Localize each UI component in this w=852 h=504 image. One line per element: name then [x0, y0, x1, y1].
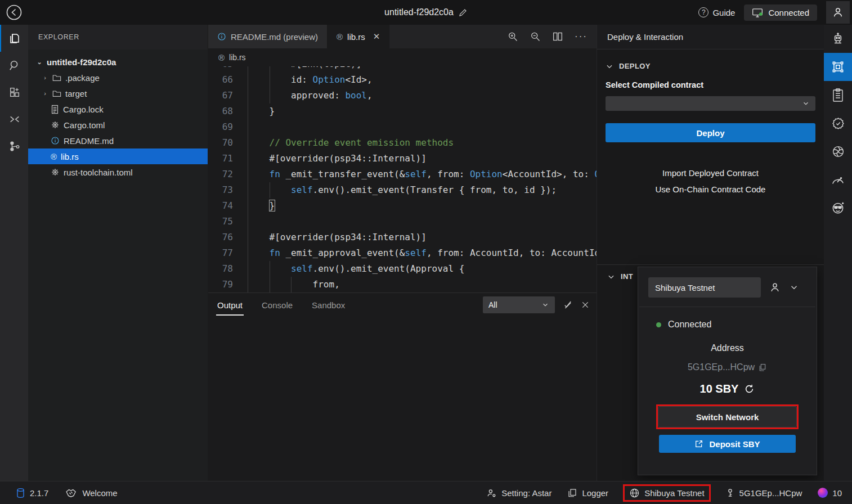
- import-deployed-contract-link[interactable]: Import Deployed Contract: [606, 168, 815, 178]
- tree-item-librs[interactable]: ® lib.rs: [28, 148, 208, 164]
- code-line[interactable]: 65#[ink(topic)]: [208, 66, 597, 72]
- line-number: 73: [208, 182, 233, 198]
- clear-output-icon[interactable]: [563, 300, 573, 310]
- deploy-button[interactable]: Deploy: [606, 123, 815, 142]
- more-actions-icon[interactable]: ···: [575, 31, 588, 42]
- tab-sandbox[interactable]: Sandbox: [311, 295, 346, 316]
- activity-explorer[interactable]: [0, 25, 28, 52]
- code-line[interactable]: 72fn _emit_transfer_event(&self, from: O…: [208, 166, 597, 182]
- edit-pencil-icon[interactable]: [458, 8, 468, 17]
- indent-guide: [248, 166, 270, 182]
- line-number: 76: [208, 230, 233, 245]
- close-tab-icon[interactable]: ✕: [373, 32, 380, 42]
- code-line[interactable]: 78self.env().emit_event(Approval {: [208, 261, 597, 277]
- tree-item-rust-toolchain[interactable]: rust-toolchain.toml: [28, 164, 208, 180]
- line-content: fn _emit_approval_event(&self, from: Acc…: [233, 245, 597, 261]
- line-content: self.env().emit_event(Transfer { from, t…: [233, 182, 557, 198]
- compiled-contract-select[interactable]: [606, 96, 815, 111]
- fun-mode-item[interactable]: [824, 194, 852, 222]
- back-button[interactable]: [6, 4, 23, 21]
- editor-tab-bar: README.md (preview) ® lib.rs ✕: [208, 25, 597, 48]
- tree-item-package[interactable]: › .package: [28, 70, 208, 86]
- code-line[interactable]: 69: [208, 119, 597, 135]
- code-token: from,: [313, 279, 340, 290]
- logger-item[interactable]: Logger: [566, 485, 609, 500]
- rust-file-icon: ®: [218, 53, 225, 62]
- use-onchain-code-link[interactable]: Use On-Chain Contract Code: [606, 184, 815, 194]
- gear-icon: [51, 120, 60, 129]
- network-status-item[interactable]: Shibuya Testnet: [623, 484, 710, 502]
- contract-list-item[interactable]: [824, 81, 852, 109]
- select-contract-label: Select Compiled contract: [606, 80, 815, 89]
- tab-readme[interactable]: README.md (preview): [208, 25, 328, 48]
- tree-item-target[interactable]: › target: [28, 86, 208, 101]
- code-line[interactable]: 66id: Option<Id>,: [208, 72, 597, 88]
- tree-root[interactable]: ⌄ untitled-f29d2c0a: [28, 54, 208, 70]
- tab-librs[interactable]: ® lib.rs ✕: [328, 25, 389, 48]
- code-line[interactable]: 76#[overrider(psp34::Internal)]: [208, 230, 597, 245]
- code-line[interactable]: 68}: [208, 104, 597, 119]
- line-number: 70: [208, 135, 233, 151]
- switch-network-button[interactable]: Switch Network: [658, 406, 797, 428]
- code-line[interactable]: 73self.env().emit_event(Transfer { from,…: [208, 182, 597, 198]
- rust-file-icon: ®: [51, 152, 57, 161]
- breadcrumb[interactable]: ® lib.rs: [208, 48, 597, 66]
- bottom-panel: Output Console Sandbox All: [208, 292, 597, 481]
- indent-guide: [248, 104, 270, 119]
- section-deploy[interactable]: DEPLOY: [606, 62, 815, 70]
- guide-button[interactable]: ? Guide: [698, 7, 735, 17]
- activity-search[interactable]: [0, 52, 28, 79]
- connected-button[interactable]: Connected: [744, 4, 817, 21]
- activity-templates[interactable]: [0, 79, 28, 106]
- code-token: .env().emit_event(Transfer { from, to, i…: [313, 184, 557, 195]
- line-content: #[overrider(psp34::Internal)]: [233, 151, 427, 166]
- network-select[interactable]: Shibuya Testnet: [648, 277, 761, 298]
- chevron-down-icon[interactable]: [789, 282, 799, 292]
- code-line[interactable]: 77fn _emit_approval_event(&self, from: A…: [208, 245, 597, 261]
- ai-chat-item[interactable]: [824, 137, 852, 165]
- close-panel-icon[interactable]: [581, 300, 590, 309]
- refresh-icon[interactable]: [744, 384, 755, 394]
- section-interact[interactable]: INT: [607, 272, 633, 281]
- zoom-in-icon[interactable]: [507, 31, 518, 42]
- code-line[interactable]: 67approved: bool,: [208, 88, 597, 104]
- code-line[interactable]: 74}: [208, 198, 597, 214]
- copy-icon[interactable]: [758, 363, 767, 372]
- code-token: <AccountId>, to:: [503, 169, 595, 179]
- output-filter-select[interactable]: All: [483, 296, 555, 313]
- benchmark-item[interactable]: [824, 165, 852, 194]
- avatar[interactable]: [826, 1, 850, 24]
- info-icon: [51, 136, 60, 145]
- tree-item-cargo-toml[interactable]: Cargo.toml: [28, 117, 208, 133]
- deploy-interaction-item[interactable]: [824, 53, 852, 81]
- indent-guide: [248, 88, 270, 104]
- version-item[interactable]: 2.1.7: [15, 485, 50, 501]
- deposit-sby-button[interactable]: Deposit SBY: [659, 435, 796, 453]
- code-line[interactable]: 79from,: [208, 277, 597, 292]
- tab-console[interactable]: Console: [261, 295, 294, 316]
- tree-item-cargo-lock[interactable]: Cargo.lock: [28, 101, 208, 117]
- tree-item-readme[interactable]: README.md: [28, 133, 208, 148]
- split-editor-icon[interactable]: [552, 32, 563, 42]
- annotation-switch-network: Switch Network: [656, 404, 799, 429]
- code-editor[interactable]: 65#[ink(topic)]66id: Option<Id>,67approv…: [208, 66, 597, 292]
- ai-assistant-item[interactable]: [824, 25, 852, 53]
- balance-item[interactable]: 10: [817, 485, 843, 500]
- guide-label: Guide: [712, 8, 735, 17]
- zoom-out-icon[interactable]: [530, 31, 541, 42]
- account-icon[interactable]: [769, 281, 781, 294]
- activity-source-control[interactable]: [0, 133, 28, 160]
- folder-icon: [52, 74, 61, 82]
- chevron-down-icon: [607, 273, 615, 281]
- verify-badge-item[interactable]: [824, 109, 852, 137]
- tab-output[interactable]: Output: [216, 295, 244, 316]
- setting-item[interactable]: Setting: Astar: [485, 485, 553, 501]
- account-address-item[interactable]: 5G1GEp...HCpw: [724, 485, 804, 501]
- activity-bar: [0, 25, 28, 481]
- code-line[interactable]: 71#[overrider(psp34::Internal)]: [208, 151, 597, 166]
- code-line[interactable]: 70// Override event emission methods: [208, 135, 597, 151]
- indent-guide: [270, 182, 292, 198]
- code-line[interactable]: 75: [208, 214, 597, 230]
- activity-compile[interactable]: [0, 106, 28, 133]
- welcome-item[interactable]: Welcome: [64, 485, 118, 500]
